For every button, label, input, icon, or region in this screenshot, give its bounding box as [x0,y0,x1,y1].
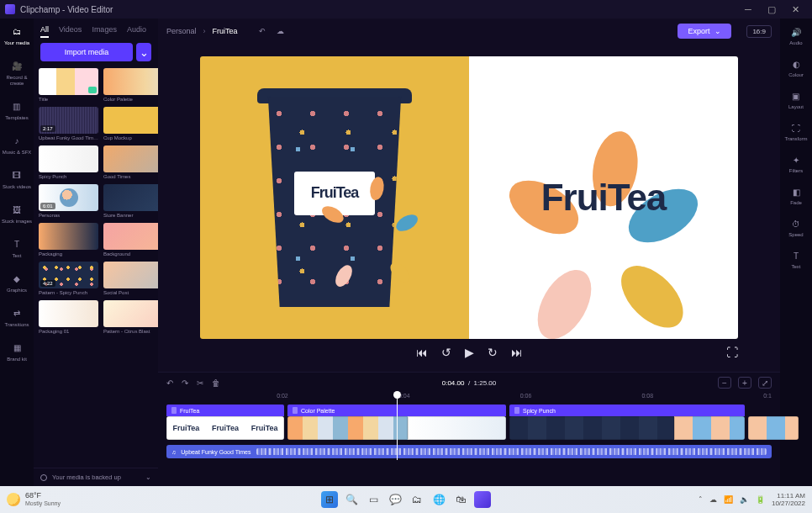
track-area[interactable]: FruiTea Color Palette Spicy Punch FruiTe… [158,405,780,486]
rail-music-sfx[interactable]: ♪ Music & SFX [3,133,32,156]
delete-button[interactable]: 🗑 [212,378,220,388]
cloud-sync-icon[interactable]: ☁ [275,25,287,37]
fullscreen-button[interactable]: ⛶ [726,346,738,359]
zoom-fit-button[interactable]: ⤢ [758,377,772,389]
chat-button[interactable]: 💬 [387,491,403,508]
chevron-down-icon: ⌄ [140,46,149,59]
video-clip[interactable] [748,416,799,440]
step-forward-button[interactable]: ↻ [488,346,498,359]
rail-text[interactable]: T Text [9,236,24,259]
video-clip[interactable] [509,416,745,440]
store-button[interactable]: 🛍 [452,491,469,508]
tab-all[interactable]: All [40,25,49,38]
media-thumbnail[interactable]: Social Post [103,262,158,295]
battery-tray-icon[interactable]: 🔋 [756,495,765,504]
media-thumbnail[interactable]: Store Banner [103,184,158,218]
tab-images[interactable]: Images [92,25,117,38]
media-thumbnail[interactable]: Title [39,68,98,102]
search-button[interactable]: 🔍 [343,491,360,508]
media-thumbnail[interactable]: Spicy Punch [39,145,98,179]
media-thumbnail[interactable]: Cup Mockup [103,107,158,140]
window-close-button[interactable]: ✕ [783,0,807,19]
breadcrumb-project[interactable]: FruiTea [213,27,238,35]
clip-label[interactable]: Spicy Punch [509,405,745,416]
rrail-filters[interactable]: ✦Filters [789,153,803,173]
audio-clip[interactable]: ♫ Upbeat Funky Good Times [166,445,772,458]
timeline-ruler[interactable]: 0:02 0:04 0:06 0:08 0:1 [158,393,780,405]
export-button[interactable]: Export ⌄ [678,24,731,39]
zoom-out-button[interactable]: − [718,377,731,389]
media-thumbnail[interactable]: Background [103,223,158,256]
media-grid[interactable]: TitleColor Palette2:17Upbeat Funky Good … [34,68,158,468]
windows-taskbar[interactable]: 68°F Mostly Sunny ⊞ 🔍 ▭ 💬 🗂 🌐 🛍 ˄ ☁ 📶 🔈 … [0,486,812,513]
rrail-text[interactable]: TText [789,249,803,269]
window-minimize-button[interactable]: ─ [736,0,760,19]
sun-icon [7,493,20,506]
step-back-button[interactable]: ↺ [441,346,451,359]
rrail-audio[interactable]: 🔊Audio [789,25,803,45]
thumbnail-caption: Packaging [39,251,98,256]
file-explorer-button[interactable]: 🗂 [409,491,425,508]
thumbnail-caption: Spicy Punch [39,174,98,179]
chevron-up-icon[interactable]: ˄ [699,495,703,504]
skip-end-button[interactable]: ⏭ [511,346,523,359]
undo-button[interactable]: ↶ [166,378,173,388]
play-button[interactable]: ▶ [465,346,474,359]
media-thumbnail[interactable]: Pattern - Citrus Blast [103,300,158,334]
media-thumbnail[interactable]: 2:17Upbeat Funky Good Tim… [39,107,98,140]
thumbnail-caption: Personas [39,213,98,218]
import-media-dropdown[interactable]: ⌄ [136,43,151,61]
rail-graphics[interactable]: ◆ Graphics [7,271,27,294]
image-icon: 🖼 [9,202,24,217]
video-clip[interactable]: FruiTeaFruiTeaFruiTea [166,416,284,440]
backup-status[interactable]: Your media is backed up ⌄ [34,468,158,486]
media-thumbnail[interactable]: 4:22Pattern - Spicy Punch [39,262,98,295]
text-icon: T [789,249,803,262]
rrail-speed[interactable]: ⏱Speed [788,217,803,237]
thumbnail-caption: Packaging 01 [39,329,98,334]
rail-record-create[interactable]: 🎥 Record & create [0,58,34,87]
task-view-button[interactable]: ▭ [365,491,382,508]
window-maximize-button[interactable]: ▢ [760,0,783,19]
tab-videos[interactable]: Videos [59,25,82,38]
time-readout: 0:04.00 / 1:25.00 [442,379,497,387]
edge-button[interactable]: 🌐 [430,491,447,508]
clip-label[interactable]: FruiTea [166,405,284,416]
rail-your-media[interactable]: 🗂 Your media [4,24,29,46]
volume-tray-icon[interactable]: 🔈 [740,495,749,504]
clock[interactable]: 11:11 AM 10/27/2022 [772,492,805,507]
media-thumbnail[interactable]: 6:01Personas [39,184,98,218]
rrail-colour[interactable]: ◐Colour [788,57,804,77]
aspect-ratio-chip[interactable]: 16:9 [746,25,772,38]
playhead[interactable] [397,393,398,460]
media-thumbnail[interactable]: Good Times [103,145,158,179]
media-thumbnail[interactable]: Color Palette [103,68,158,102]
redo-button[interactable]: ↷ [182,378,188,388]
import-media-button[interactable]: Import media [40,43,133,61]
media-thumbnail[interactable]: Packaging [39,223,98,256]
editor-header: Personal › FruiTea ↶ ☁ Export ⌄ 16:9 [158,19,780,44]
skip-start-button[interactable]: ⏮ [416,346,428,359]
clipchamp-taskbar-button[interactable] [474,491,491,508]
history-icon[interactable]: ↶ [256,25,268,37]
wifi-tray-icon[interactable]: 📶 [724,495,733,504]
rrail-layout[interactable]: ▣Layout [788,89,804,109]
rail-stock-videos[interactable]: 🎞 Stock videos [3,167,31,190]
breadcrumb-root[interactable]: Personal [166,27,197,35]
rail-stock-images[interactable]: 🖼 Stock images [2,202,32,225]
weather-widget[interactable]: 68°F Mostly Sunny [7,492,61,507]
shapes-icon: ◆ [9,271,24,286]
rrail-fade[interactable]: ◧Fade [789,185,803,205]
tab-audio[interactable]: Audio [127,25,146,38]
start-button[interactable]: ⊞ [321,491,338,508]
transport-bar: ⏮ ↺ ▶ ↻ ⏭ ⛶ [200,346,738,359]
preview-canvas[interactable]: FruiTea FruiTea [200,56,738,339]
rrail-transform[interactable]: ⛶Transform [784,121,807,141]
split-button[interactable]: ✂ [197,378,203,388]
media-thumbnail[interactable]: Packaging 01 [39,300,98,334]
rail-transitions[interactable]: ⇄ Transitions [4,305,29,328]
rail-templates[interactable]: ▥ Templates [5,98,28,121]
onedrive-tray-icon[interactable]: ☁ [709,495,717,504]
rail-brand-kit[interactable]: ▦ Brand kit [7,340,27,362]
zoom-in-button[interactable]: + [738,377,751,389]
